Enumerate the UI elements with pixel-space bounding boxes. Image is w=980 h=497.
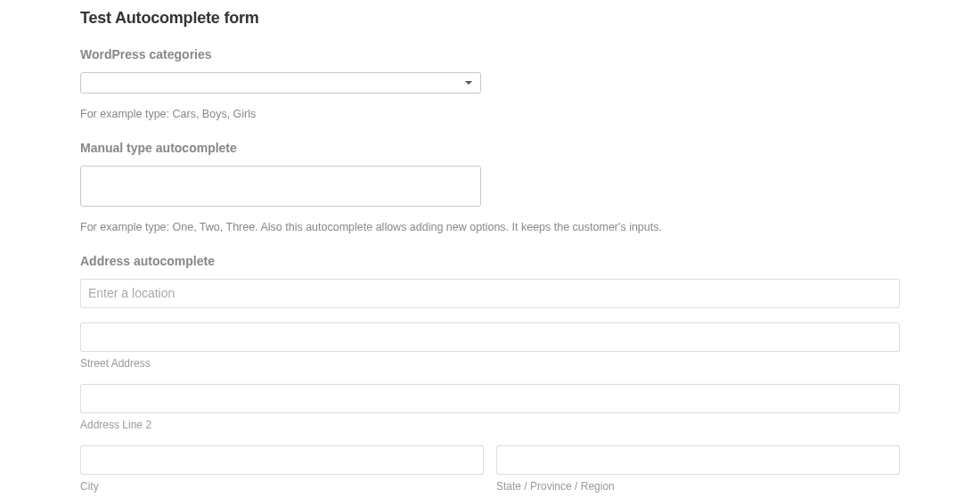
form-container: Test Autocomplete form WordPress categor… xyxy=(80,9,900,497)
wp-categories-select[interactable] xyxy=(80,72,481,94)
wp-categories-label: WordPress categories xyxy=(80,47,900,61)
manual-autocomplete-help: For example type: One, Two, Three. Also … xyxy=(80,219,900,236)
city-input[interactable] xyxy=(80,445,484,475)
street-address-label: Street Address xyxy=(80,357,900,370)
manual-autocomplete-label: Manual type autocomplete xyxy=(80,141,900,155)
manual-autocomplete-input[interactable] xyxy=(80,166,481,207)
wp-categories-help: For example type: Cars, Boys, Girls xyxy=(80,106,900,123)
form-title: Test Autocomplete form xyxy=(80,9,900,28)
state-label: State / Province / Region xyxy=(496,480,900,493)
state-input[interactable] xyxy=(496,445,900,475)
address-autocomplete-label: Address autocomplete xyxy=(80,254,900,268)
address-line2-input[interactable] xyxy=(80,384,900,413)
wp-categories-input[interactable] xyxy=(80,72,481,94)
address-line2-label: Address Line 2 xyxy=(80,419,900,431)
location-input[interactable] xyxy=(80,279,900,308)
city-label: City xyxy=(80,480,484,493)
street-address-input[interactable] xyxy=(80,322,900,352)
